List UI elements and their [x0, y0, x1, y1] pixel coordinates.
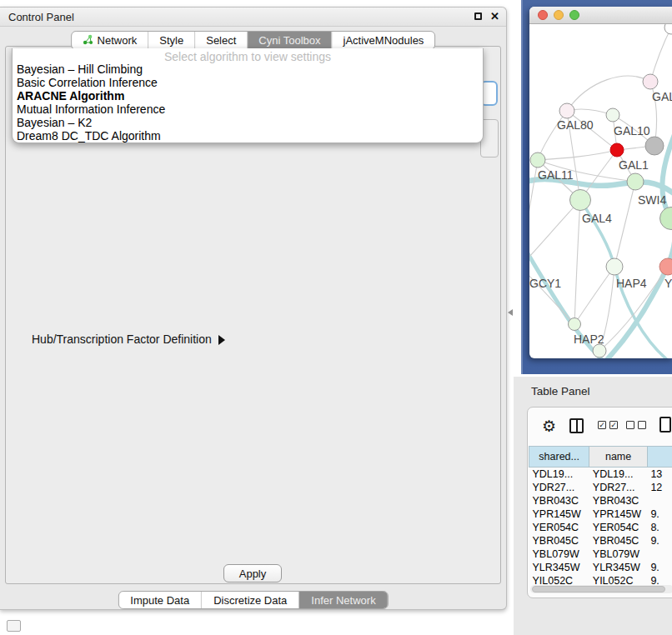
- column-header[interactable]: [647, 447, 672, 468]
- node-swi4[interactable]: [660, 208, 672, 230]
- node-label-hap4: HAP4: [616, 277, 647, 290]
- node-hap2[interactable]: [569, 318, 581, 331]
- node-gal10[interactable]: [606, 108, 619, 122]
- node-hap4[interactable]: [606, 258, 623, 275]
- splitter-collapse-arrow[interactable]: [508, 309, 513, 316]
- control-panel-title: Control Panel: [8, 11, 74, 23]
- table-row[interactable]: YER054CYER054C8.: [529, 521, 672, 534]
- node-salmon[interactable]: [659, 258, 672, 275]
- node-label-gal: GAL: [652, 90, 672, 103]
- deselect-all-checks-icon[interactable]: [626, 421, 646, 429]
- network-window-titlebar: [529, 7, 672, 24]
- table-row[interactable]: YBR045CYBR045C9.: [529, 534, 672, 548]
- close-button[interactable]: [538, 10, 548, 20]
- zoom-button[interactable]: [569, 10, 579, 20]
- node-unlabeled[interactable]: [664, 24, 672, 34]
- node-label-gal11: GAL11: [538, 168, 574, 182]
- dropdown-option[interactable]: Bayesian – K2: [17, 116, 479, 129]
- node-label-gcy1: GCY1: [529, 277, 561, 290]
- algorithm-dropdown-list: Select algorithm to view settings Bayesi…: [12, 48, 484, 143]
- table-panel-box: ⚙ ✓✓ shared... name YDL19...YDL19...13: [527, 407, 672, 598]
- node-label-swi4: SWI4: [638, 193, 666, 207]
- node-label-gal1: GAL1: [619, 158, 649, 172]
- document-icon[interactable]: [659, 417, 671, 432]
- node-gal-partial[interactable]: [643, 74, 658, 89]
- network-graph-icon: [83, 34, 93, 48]
- tab-style[interactable]: Style: [148, 32, 195, 49]
- table-row[interactable]: YPR145WYPR145W9.: [529, 508, 672, 521]
- columns-icon[interactable]: [569, 418, 584, 433]
- table-row[interactable]: YBL079WYBL079W: [529, 548, 672, 561]
- dropdown-option[interactable]: Dream8 DC_TDC Algorithm: [17, 129, 479, 142]
- column-header[interactable]: shared...: [529, 447, 589, 468]
- node-label-y: Y: [664, 277, 672, 290]
- network-canvas[interactable]: GAL GAL80 GAL10 GAL1 GAL11 SWI4 GAL4 GCY…: [529, 24, 672, 358]
- network-edges-teal: [529, 122, 672, 358]
- control-panel-tabs: Network Style Select Cyni Toolbox jActiv…: [71, 31, 436, 50]
- node-gal4[interactable]: [570, 190, 591, 211]
- control-panel-titlebar: Control Panel ✕: [0, 8, 506, 27]
- node-gal80[interactable]: [559, 103, 574, 118]
- node-gray[interactable]: [645, 137, 664, 155]
- gear-icon[interactable]: ⚙: [542, 416, 556, 438]
- node-label-gal10: GAL10: [614, 124, 650, 138]
- node-gal1[interactable]: [627, 173, 644, 190]
- restore-panel-icon[interactable]: [7, 620, 21, 632]
- scrollbar-thumb[interactable]: [532, 586, 665, 592]
- tab-infer-network[interactable]: Infer Network: [299, 592, 387, 608]
- node-label-hap2: HAP2: [574, 332, 604, 346]
- minimize-button[interactable]: [554, 10, 564, 20]
- apply-button[interactable]: Apply: [223, 564, 282, 582]
- column-header[interactable]: name: [589, 447, 648, 468]
- tab-discretize-data[interactable]: Discretize Data: [202, 592, 299, 608]
- select-all-checks-icon[interactable]: ✓✓: [598, 421, 618, 429]
- node-table: shared... name YDL19...YDL19...13 YDR27.…: [529, 446, 672, 588]
- tab-select[interactable]: Select: [195, 32, 248, 49]
- expand-right-icon: [218, 335, 225, 345]
- cyni-bottom-tabs: Impute Data Discretize Data Infer Networ…: [118, 591, 388, 609]
- network-view-window: GAL GAL80 GAL10 GAL1 GAL11 SWI4 GAL4 GCY…: [529, 7, 672, 358]
- tab-network-label: Network: [98, 34, 138, 47]
- table-horizontal-scrollbar[interactable]: [530, 585, 672, 593]
- table-row[interactable]: YDL19...YDL19...13: [529, 468, 672, 481]
- control-panel-window: Control Panel ✕ Network Style Select Cyn…: [0, 7, 507, 610]
- node-partial-bottom[interactable]: [593, 344, 606, 358]
- tab-network[interactable]: Network: [72, 32, 149, 49]
- dropdown-placeholder: Select algorithm to view settings: [13, 50, 483, 63]
- tab-impute-data[interactable]: Impute Data: [118, 592, 202, 608]
- table-panel: Table Panel ⚙ ✓✓ shared... name: [514, 377, 672, 635]
- table-toolbar: ⚙ ✓✓: [528, 414, 672, 439]
- node-label-gal4: GAL4: [582, 212, 612, 225]
- node-red-selected[interactable]: [610, 143, 624, 157]
- dropdown-option[interactable]: Mutual Information Inference: [17, 102, 479, 116]
- tab-cyni-toolbox[interactable]: Cyni Toolbox: [248, 32, 332, 49]
- dropdown-option-highlighted[interactable]: ARACNE Algorithm: [17, 89, 479, 102]
- node-label-gal80: GAL80: [557, 118, 594, 132]
- close-panel-icon[interactable]: ✕: [490, 10, 499, 22]
- dropdown-option[interactable]: Bayesian – Hill Climbing: [17, 62, 479, 76]
- table-row[interactable]: YDR27...YDR27...12: [529, 481, 672, 494]
- table-row[interactable]: YBR043CYBR043C: [529, 494, 672, 508]
- network-desktop: GAL GAL80 GAL10 GAL1 GAL11 SWI4 GAL4 GCY…: [521, 0, 672, 374]
- float-panel-icon[interactable]: [474, 12, 482, 20]
- node-gal11[interactable]: [530, 152, 545, 168]
- tab-jactivemnodules[interactable]: jActiveMNodules: [333, 32, 435, 49]
- hub-definition-expander[interactable]: Hub/Transcription Factor Definition: [32, 332, 225, 346]
- dropdown-option[interactable]: Basic Correlation Inference: [17, 76, 479, 89]
- table-panel-title: Table Panel: [531, 385, 590, 398]
- table-row[interactable]: YLR345WYLR345W9.: [529, 561, 672, 574]
